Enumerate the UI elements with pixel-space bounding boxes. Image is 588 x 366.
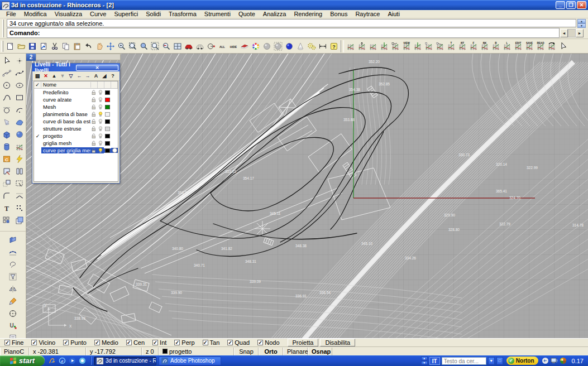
deskband-down-icon[interactable]: ▼ bbox=[421, 361, 428, 365]
mesh-grid-edit-box-icon[interactable] bbox=[390, 40, 401, 52]
history-next-icon[interactable]: ► bbox=[576, 29, 584, 37]
osnap-fine[interactable]: ✓Fine bbox=[4, 339, 23, 346]
task-photoshop-button[interactable]: Adobe Photoshop bbox=[159, 357, 221, 365]
checkbox-perp[interactable]: ✓ bbox=[174, 340, 180, 345]
layer-current-mark[interactable]: ✓ bbox=[34, 133, 41, 139]
lock-icon[interactable] bbox=[90, 104, 97, 110]
mesh-right-icon[interactable]: R bbox=[490, 40, 501, 52]
wireframe-view-icon[interactable] bbox=[194, 40, 205, 52]
menu-file[interactable]: File bbox=[2, 10, 20, 18]
osnap-vicino[interactable]: ✓Vicino bbox=[31, 339, 55, 346]
layer-name[interactable]: curve alzate bbox=[41, 97, 90, 103]
rename-icon[interactable]: A bbox=[92, 72, 100, 80]
mesh-read-icon[interactable]: READ bbox=[535, 40, 546, 52]
checkbox-vicino[interactable]: ✓ bbox=[31, 340, 37, 345]
extrude-surface-icon[interactable] bbox=[7, 234, 19, 246]
solid-sphere-icon[interactable] bbox=[13, 128, 25, 141]
search-go-icon[interactable]: □ bbox=[496, 357, 503, 365]
mirror-icon[interactable] bbox=[7, 283, 19, 295]
layer-name[interactable]: griglia mesh bbox=[41, 140, 90, 146]
trim-icon[interactable] bbox=[1, 165, 12, 177]
export-selected-icon[interactable] bbox=[38, 40, 49, 52]
snap-toggle[interactable]: Snap bbox=[234, 348, 259, 355]
rotate-view-icon[interactable] bbox=[105, 40, 116, 52]
internet-explorer-icon[interactable]: e bbox=[58, 357, 66, 365]
lock-icon[interactable] bbox=[90, 133, 97, 139]
filter-layers-icon[interactable]: ▽ bbox=[67, 72, 75, 80]
command-history[interactable]: 34 curve aggiunta/o alla selezione. bbox=[7, 19, 576, 27]
arc-center-icon[interactable] bbox=[13, 104, 25, 116]
mesh-view-icon[interactable]: VIEW bbox=[401, 40, 412, 52]
zoom-dynamic-icon[interactable] bbox=[116, 40, 127, 52]
circle-tangent-icon[interactable] bbox=[1, 104, 12, 116]
render-preview-icon[interactable] bbox=[273, 40, 284, 52]
mesh-grid-line-2-icon[interactable] bbox=[412, 40, 423, 52]
menu-bonus[interactable]: Bonus bbox=[326, 10, 351, 18]
shaded-view-icon[interactable] bbox=[183, 40, 194, 52]
msn-icon[interactable] bbox=[48, 357, 56, 365]
layers-panel-titlebar[interactable]: Livelli - Tutti i livelli ✕ bbox=[32, 64, 119, 71]
osnap-tan[interactable]: ✓Tan bbox=[203, 339, 220, 346]
copy-icon[interactable] bbox=[60, 40, 71, 52]
layer-name[interactable]: Mesh bbox=[41, 104, 90, 110]
zoom-window-icon[interactable] bbox=[127, 40, 138, 52]
options-icon[interactable] bbox=[306, 40, 317, 52]
menu-aiuti[interactable]: Aiuti bbox=[384, 10, 403, 18]
layer-color-swatch[interactable] bbox=[104, 141, 111, 146]
osnap-cen[interactable]: ✓Cen bbox=[126, 339, 145, 346]
pan-view-icon[interactable] bbox=[94, 40, 105, 52]
menu-trasforma[interactable]: Trasforma bbox=[165, 10, 200, 18]
bulb-icon[interactable] bbox=[97, 89, 104, 95]
cut-icon[interactable] bbox=[49, 40, 60, 52]
start-button[interactable]: start bbox=[0, 355, 45, 366]
close-button[interactable]: ✕ bbox=[577, 1, 586, 9]
checkbox-medio[interactable]: ✓ bbox=[94, 340, 100, 345]
layer-row-progetto[interactable]: ✓progetto bbox=[34, 132, 118, 139]
zoom-extents-all-icon[interactable]: ALL bbox=[217, 40, 228, 52]
zoom-extents-icon[interactable] bbox=[150, 40, 161, 52]
layer-color-swatch[interactable] bbox=[104, 127, 111, 131]
osnap-quad[interactable]: ✓Quad bbox=[227, 339, 250, 346]
solid-box-icon[interactable] bbox=[1, 128, 12, 141]
layer-row-curve-per-griglia-mesh[interactable]: curve per griglia mesh bbox=[34, 147, 118, 154]
mesh-from-surface-icon[interactable] bbox=[13, 141, 25, 153]
spotlight-icon[interactable] bbox=[295, 40, 306, 52]
messenger-icon[interactable] bbox=[78, 357, 86, 365]
menu-analizza[interactable]: Analizza bbox=[259, 10, 290, 18]
layer-row-curve-di-base-da-estru-[interactable]: curve di base da estru... bbox=[34, 118, 118, 125]
lock-icon[interactable] bbox=[90, 111, 97, 117]
move-down-icon[interactable]: ▼ bbox=[59, 72, 66, 80]
checkbox-nodo[interactable]: ✓ bbox=[257, 340, 263, 345]
layer-name[interactable]: progetto bbox=[41, 133, 90, 139]
color-picker-icon[interactable] bbox=[250, 40, 261, 52]
bulb-icon[interactable] bbox=[97, 147, 104, 153]
move-up-icon[interactable]: ▲ bbox=[50, 72, 58, 80]
visibility-toggle-icon[interactable] bbox=[239, 40, 250, 52]
menu-modifica[interactable]: Modifica bbox=[20, 10, 51, 18]
lock-icon[interactable] bbox=[90, 118, 97, 124]
circle-center-icon[interactable] bbox=[1, 79, 12, 92]
solid-cylinder-icon[interactable] bbox=[1, 141, 12, 153]
lock-icon[interactable] bbox=[90, 97, 97, 103]
curve-control-points-icon[interactable] bbox=[1, 67, 12, 79]
curve-blend-icon[interactable] bbox=[13, 190, 25, 202]
mesh-grid-1-icon[interactable] bbox=[345, 40, 356, 52]
uvw-edit-icon[interactable]: U bbox=[7, 320, 19, 332]
disabilita-button[interactable]: Disabilita bbox=[320, 339, 355, 346]
curve-fillet-icon[interactable] bbox=[1, 190, 12, 202]
task-rhino-button[interactable]: 3d in costruzione - Rh... bbox=[94, 357, 156, 365]
layer-color-swatch[interactable] bbox=[104, 134, 111, 138]
new-layer-icon[interactable]: ▤ bbox=[34, 72, 41, 80]
mesh-grid-2-icon[interactable] bbox=[367, 40, 379, 52]
layers-close-icon[interactable]: ✕ bbox=[76, 65, 118, 71]
viewport-layout-icon[interactable] bbox=[172, 40, 183, 52]
osnap-medio[interactable]: ✓Medio bbox=[94, 339, 118, 346]
dimension-icon[interactable] bbox=[317, 40, 328, 52]
selection-filter-icon[interactable] bbox=[7, 271, 19, 283]
menu-curve[interactable]: Curve bbox=[86, 10, 110, 18]
checkbox-fine[interactable]: ✓ bbox=[4, 340, 10, 345]
explode-icon[interactable] bbox=[13, 153, 25, 165]
layer-color-swatch[interactable] bbox=[104, 105, 111, 109]
mesh-grid-point-icon[interactable] bbox=[423, 40, 434, 52]
norton-badge[interactable]: ✓ Norton bbox=[506, 357, 538, 365]
